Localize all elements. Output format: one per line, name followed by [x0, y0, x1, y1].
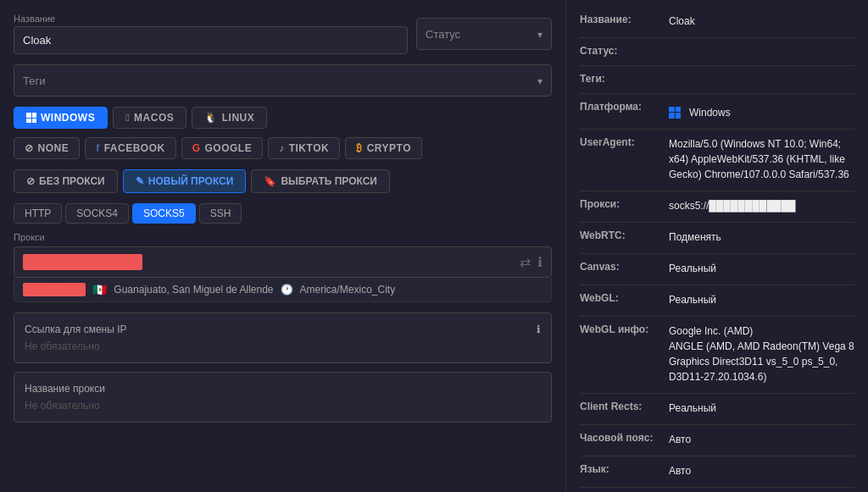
social-btn-facebook[interactable]: f FACEBOOK: [85, 137, 176, 159]
social-none-label: NONE: [38, 142, 70, 154]
os-linux-label: LINUX: [222, 112, 255, 124]
proxy-name-title-row: Название прокси: [25, 383, 541, 395]
ip-change-title: Ссылка для смены IP: [25, 323, 127, 335]
info-key-10: Client Rects:: [580, 401, 669, 412]
social-crypto-label: CRYPTO: [367, 142, 411, 154]
info-val-7: Реальный: [669, 261, 716, 276]
proto-tab-ssh[interactable]: SSH: [199, 203, 242, 224]
info-key-12: Язык:: [580, 463, 669, 475]
info-key-4: UserAgent:: [580, 136, 669, 148]
info-row: WebGL инфо:Google Inc. (AMD) ANGLE (AMD,…: [580, 323, 854, 384]
info-key-7: Canvas:: [580, 261, 669, 273]
name-input-group: Название: [14, 14, 408, 54]
os-btn-linux[interactable]: 🐧 LINUX: [192, 107, 267, 129]
social-btn-none[interactable]: ⊘ NONE: [14, 137, 80, 159]
info-row: WebRTC:Подменять: [580, 229, 854, 245]
info-row: Canvas:Реальный: [580, 261, 854, 276]
os-windows-label: WINDOWS: [41, 112, 95, 124]
social-btn-tiktok[interactable]: ♪ TIKTOK: [268, 137, 340, 159]
proxy-action-new[interactable]: ✎ НОВЫЙ ПРОКСИ: [123, 169, 247, 193]
info-val-4: Mozilla/5.0 (Windows NT 10.0; Win64; x64…: [669, 136, 854, 182]
proxy-actions-group: ⊘ БЕЗ ПРОКСИ ✎ НОВЫЙ ПРОКСИ 🔖 ВЫБРАТЬ ПР…: [14, 169, 552, 193]
proxy-name-section: Название прокси Не обязательно: [14, 372, 552, 423]
status-placeholder: Статус: [426, 28, 460, 41]
info-row: Прокси:socks5://████████████: [580, 198, 854, 213]
os-btn-windows[interactable]: WINDOWS: [14, 107, 108, 129]
apple-icon: : [125, 112, 130, 124]
info-row: Client Rects:Реальный: [580, 401, 854, 416]
name-label: Название: [14, 14, 408, 24]
ip-change-info-icon[interactable]: ℹ: [537, 323, 541, 335]
info-key-9: WebGL инфо:: [580, 323, 669, 335]
social-btn-google[interactable]: G GOOGLE: [181, 137, 264, 159]
info-val-11: Авто: [669, 432, 691, 447]
info-proxy-icon[interactable]: ℹ: [537, 254, 542, 270]
info-val-9: Google Inc. (AMD) ANGLE (AMD, AMD Radeon…: [669, 323, 854, 384]
info-val-10: Реальный: [669, 401, 716, 416]
os-macos-label: MACOS: [134, 112, 174, 124]
info-key-2: Теги:: [580, 73, 669, 85]
info-row: Название:Cloak: [580, 14, 854, 29]
name-input[interactable]: [14, 26, 408, 54]
info-row: Теги:: [580, 73, 854, 85]
info-val-6: Подменять: [669, 229, 721, 245]
select-proxy-label: ВЫБРАТЬ ПРОКСИ: [281, 175, 377, 187]
info-key-5: Прокси:: [580, 198, 669, 210]
info-row: WebGL:Реальный: [580, 292, 854, 307]
facebook-icon: f: [96, 142, 100, 154]
social-facebook-label: FACEBOOK: [104, 142, 165, 154]
ip-change-section: Ссылка для смены IP ℹ Не обязательно: [14, 312, 552, 363]
right-panel: Название:CloakСтатус:Теги:Платформа:Wind…: [566, 0, 868, 492]
info-key-3: Платформа:: [580, 101, 669, 113]
proxy-section: Прокси ██████████████ ⇄ ℹ ████████ 🇲🇽 Gu…: [14, 232, 552, 302]
info-key-11: Часовой пояс:: [580, 432, 669, 444]
info-val-5: socks5://████████████: [669, 198, 795, 213]
left-panel: Название Статус Теги WINDOWS  MACOS: [0, 0, 566, 492]
status-select[interactable]: Статус: [416, 18, 552, 50]
info-row: Язык:Авто: [580, 463, 854, 478]
os-buttons-group: WINDOWS  MACOS 🐧 LINUX: [14, 107, 552, 129]
select-proxy-icon: 🔖: [264, 175, 276, 187]
info-key-1: Статус:: [580, 45, 669, 57]
proxy-name-title: Название прокси: [25, 383, 105, 395]
info-row: Часовой пояс:Авто: [580, 432, 854, 447]
proxy-action-select[interactable]: 🔖 ВЫБРАТЬ ПРОКСИ: [251, 169, 390, 193]
social-tiktok-label: TIKTOK: [289, 142, 329, 154]
proto-tab-socks4[interactable]: SOCKS4: [65, 203, 129, 224]
google-icon: G: [192, 142, 201, 154]
proxy-flag: 🇲🇽: [92, 283, 107, 296]
proxy-section-label: Прокси: [14, 232, 552, 242]
social-google-label: GOOGLE: [205, 142, 253, 154]
info-row: UserAgent:Mozilla/5.0 (Windows NT 10.0; …: [580, 136, 854, 182]
refresh-proxy-icon[interactable]: ⇄: [520, 254, 531, 270]
linux-icon: 🐧: [204, 112, 218, 124]
social-btn-crypto[interactable]: ₿ CRYPTO: [345, 137, 422, 159]
windows-icon: [26, 113, 36, 123]
proxy-name-placeholder: Не обязательно: [25, 400, 541, 412]
proxy-info-row: ████████ 🇲🇽 Guanajuato, San Miguel de Al…: [14, 278, 552, 302]
protocol-tabs: HTTP SOCKS4 SOCKS5 SSH: [14, 203, 552, 224]
tags-select[interactable]: Теги: [14, 64, 552, 97]
tiktok-icon: ♪: [279, 142, 285, 154]
os-btn-macos[interactable]:  MACOS: [113, 107, 186, 129]
info-val-8: Реальный: [669, 292, 716, 307]
ip-change-title-row: Ссылка для смены IP ℹ: [25, 323, 541, 335]
proto-tab-http[interactable]: HTTP: [14, 203, 62, 224]
info-val-0: Cloak: [669, 14, 695, 29]
info-row: Статус:: [580, 45, 854, 57]
no-proxy-icon: ⊘: [26, 175, 35, 187]
info-key-8: WebGL:: [580, 292, 669, 304]
proxy-input-row: ██████████████ ⇄ ℹ: [14, 246, 552, 278]
proto-tab-socks5[interactable]: SOCKS5: [132, 203, 196, 224]
clock-icon: 🕐: [281, 284, 293, 296]
info-key-0: Название:: [580, 14, 669, 25]
new-proxy-icon: ✎: [136, 175, 144, 187]
tags-chevron-icon: [537, 75, 542, 87]
info-val-3: Windows: [669, 101, 731, 120]
proxy-geo: Guanajuato, San Miguel de Allende: [114, 284, 273, 296]
proxy-icons: ⇄ ℹ: [520, 254, 542, 270]
tags-placeholder: Теги: [23, 75, 45, 87]
proxy-action-none[interactable]: ⊘ БЕЗ ПРОКСИ: [14, 169, 118, 193]
new-proxy-label: НОВЫЙ ПРОКСИ: [148, 175, 234, 187]
social-buttons-group: ⊘ NONE f FACEBOOK G GOOGLE ♪ TIKTOK ₿ CR…: [14, 137, 552, 159]
